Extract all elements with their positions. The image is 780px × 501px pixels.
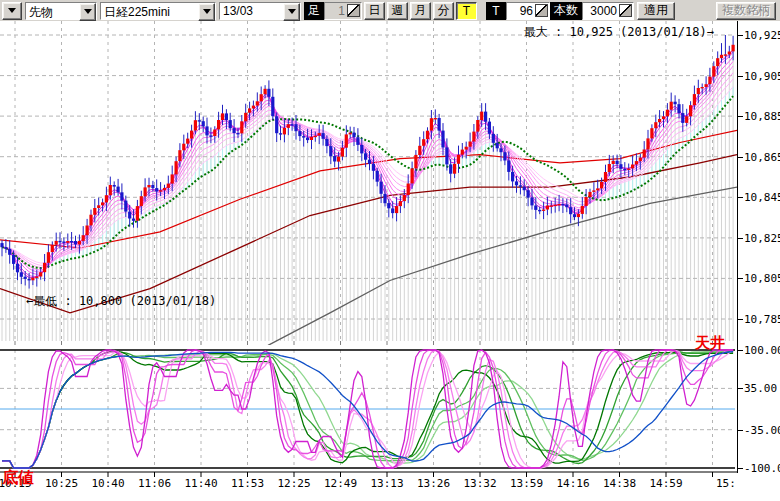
candle: [391, 208, 394, 213]
time-label: 10:25: [39, 477, 85, 490]
axis-tick: [737, 468, 743, 469]
period-month-button[interactable]: 月: [410, 2, 431, 20]
candle: [635, 161, 638, 164]
period-minute-button[interactable]: 分: [433, 2, 454, 20]
collapse-dropdown-button[interactable]: [2, 2, 22, 20]
contract-month-select[interactable]: 13/03: [219, 2, 301, 20]
candle: [283, 128, 286, 134]
axis-tick: [737, 319, 743, 320]
candle: [240, 121, 243, 133]
instrument-select[interactable]: 日経225mini: [100, 2, 216, 20]
chevron-down-icon[interactable]: [79, 3, 96, 21]
candle: [577, 214, 580, 217]
candle: [414, 155, 417, 169]
price-label: 10,805: [744, 272, 780, 285]
candle: [260, 94, 263, 101]
period-week-button[interactable]: 週: [387, 2, 408, 20]
candle: [62, 242, 65, 243]
candle: [484, 112, 487, 122]
candle: [639, 158, 642, 162]
candle: [24, 277, 27, 279]
chart-window: 先物 日経225mini 13/03 足 日 週 月 分 T T 本数: [0, 0, 780, 501]
bar-count-input[interactable]: [583, 4, 619, 18]
time-label: 13:59: [504, 477, 550, 490]
candle: [128, 212, 131, 219]
candle: [163, 188, 166, 190]
time-label: 14:16: [550, 477, 596, 490]
bar-interval-input[interactable]: [325, 4, 347, 18]
candle: [213, 130, 216, 137]
candle: [364, 153, 367, 159]
candle: [407, 184, 410, 196]
candle: [643, 150, 646, 158]
candle: [82, 235, 85, 241]
candle: [426, 131, 429, 140]
candle: [457, 155, 460, 164]
candle: [465, 147, 468, 150]
time-label: 14:59: [643, 477, 689, 490]
candle: [329, 146, 332, 156]
candle: [233, 128, 236, 133]
oscillator-label: 35.00: [744, 382, 777, 395]
candle: [592, 190, 595, 192]
candle: [604, 172, 607, 182]
candle: [623, 169, 626, 170]
candle: [202, 121, 205, 126]
instrument-type-select[interactable]: 先物: [25, 2, 97, 20]
candle: [209, 135, 212, 136]
candle: [507, 161, 510, 172]
bar-count-spinner[interactable]: [582, 2, 634, 20]
bar-interval-spinner[interactable]: [324, 2, 362, 20]
chevron-down-icon[interactable]: [283, 3, 300, 21]
candle: [318, 133, 321, 136]
candle: [298, 131, 301, 136]
candle: [685, 116, 688, 123]
candle: [554, 205, 557, 206]
candle: [658, 119, 661, 122]
candle: [109, 185, 112, 195]
candle: [294, 124, 297, 131]
candle: [16, 264, 19, 272]
candle: [291, 124, 294, 125]
candle: [430, 118, 433, 130]
candle: [476, 120, 479, 132]
candle: [496, 143, 499, 149]
period-day-button[interactable]: 日: [364, 2, 385, 20]
time-label: 14:38: [597, 477, 643, 490]
candle: [120, 192, 123, 200]
chevron-down-icon[interactable]: [198, 3, 215, 21]
spinner-icon[interactable]: [619, 4, 632, 17]
candle: [527, 190, 530, 197]
candle: [503, 152, 506, 160]
apply-button[interactable]: 適用: [637, 2, 675, 20]
candle: [689, 105, 692, 116]
axis-tick: [737, 238, 743, 239]
tick-count-spinner[interactable]: [506, 2, 550, 20]
spinner-icon[interactable]: [347, 4, 360, 17]
candle: [697, 88, 700, 94]
multi-symbol-button[interactable]: 複数銘柄: [716, 2, 776, 20]
candle: [538, 210, 541, 211]
candle: [175, 161, 178, 174]
candle: [236, 133, 239, 134]
candle: [488, 122, 491, 134]
rci-oscillator-canvas[interactable]: [0, 345, 737, 478]
period-tick-button[interactable]: T: [456, 2, 477, 20]
candle: [267, 89, 270, 97]
contract-month-value: 13/03: [220, 3, 256, 19]
candle: [383, 194, 386, 203]
candle: [511, 172, 514, 182]
time-axis-labels: 10:1510:2510:4011:0611:4011:5312:2512:49…: [0, 476, 742, 492]
time-label: 13:26: [411, 477, 457, 490]
candle: [705, 84, 708, 87]
spinner-icon[interactable]: [535, 4, 548, 17]
candle: [147, 185, 150, 187]
candle: [337, 157, 340, 162]
candle: [0, 243, 3, 247]
rci-green-lines: [2, 351, 733, 468]
time-label: 11:53: [225, 477, 271, 490]
axis-tick: [737, 388, 743, 389]
tick-count-input[interactable]: [507, 4, 535, 18]
candle: [97, 205, 100, 208]
time-label: 12:25: [271, 477, 317, 490]
